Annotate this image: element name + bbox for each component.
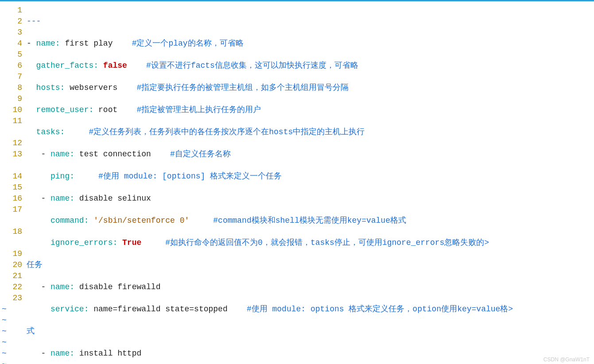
- comment: #command模块和shell模块无需使用key=value格式: [213, 216, 406, 225]
- code-line: service: name=firewalld state=stopped #使…: [27, 304, 594, 315]
- yaml-key: tasks:: [36, 128, 65, 136]
- yaml-key: ignore_errors:: [50, 238, 117, 247]
- code-line: - name: test connection #自定义任务名称: [27, 149, 594, 160]
- yaml-key: name:: [50, 194, 74, 203]
- vim-tilde: ~: [0, 315, 22, 326]
- line-number: 2: [0, 16, 22, 27]
- line-number: 10: [0, 105, 22, 116]
- watermark: CSDN @GnaW1nT: [544, 356, 590, 363]
- line-number: 16: [0, 193, 22, 204]
- yaml-key: hosts:: [36, 83, 65, 92]
- code-line: remote_user: root #指定被管理主机上执行任务的用户: [27, 105, 594, 116]
- vim-tilde: ~: [0, 348, 22, 359]
- code-line: - name: first play #定义一个play的名称，可省略: [27, 38, 594, 49]
- line-number: 5: [0, 49, 22, 60]
- comment: #指定被管理主机上执行任务的用户: [136, 105, 261, 114]
- yaml-key: name:: [36, 39, 60, 48]
- code-line: - name: disable firewalld: [27, 282, 594, 293]
- line-number: 8: [0, 82, 22, 93]
- line-number: 18: [0, 226, 22, 237]
- line-number: 4: [0, 38, 22, 49]
- line-number: 1: [0, 5, 22, 16]
- yaml-key: name:: [50, 283, 74, 291]
- comment: #定义任务列表，任务列表中的各任务按次序逐个在hosts中指定的主机上执行: [89, 128, 365, 136]
- line-number: 6: [0, 60, 22, 71]
- line-number-gutter: 1234567891011 1213 14151617 18 192021222…: [0, 5, 22, 364]
- code-line: 式: [27, 326, 594, 337]
- code-line: tasks: #定义任务列表，任务列表中的各任务按次序逐个在hosts中指定的主…: [27, 127, 594, 138]
- line-number: [0, 215, 22, 226]
- line-number: 17: [0, 204, 22, 215]
- code-line: - name: install httpd: [27, 348, 594, 359]
- code-line: 任务: [27, 259, 594, 271]
- line-number: 23: [0, 293, 22, 304]
- line-number: [0, 237, 22, 248]
- line-number: 12: [0, 138, 22, 149]
- line-number: 14: [0, 171, 22, 182]
- line-number: 9: [0, 93, 22, 105]
- line-number: [0, 127, 22, 138]
- line-number: 15: [0, 182, 22, 193]
- code-line: command: '/sbin/setenforce 0' #command模块…: [27, 215, 594, 226]
- yaml-key: gather_facts:: [36, 61, 98, 70]
- code-line: ---: [27, 16, 594, 27]
- line-number: 22: [0, 282, 22, 293]
- code-line: - name: disable selinux: [27, 193, 594, 204]
- line-number: 19: [0, 248, 22, 259]
- code-line: hosts: webservers #指定要执行任务的被管理主机组，如多个主机组…: [27, 82, 594, 93]
- vim-tilde: ~: [0, 326, 22, 337]
- comment: #指定要执行任务的被管理主机组，如多个主机组用冒号分隔: [136, 83, 349, 92]
- vim-tilde: ~: [0, 304, 22, 315]
- yaml-key: remote_user:: [36, 105, 94, 114]
- yaml-key: service:: [50, 305, 89, 314]
- comment: #自定义任务名称: [170, 150, 231, 159]
- line-number: 7: [0, 71, 22, 82]
- comment: #使用 module: options 格式来定义任务，option使用key=…: [247, 305, 513, 314]
- line-number: 20: [0, 259, 22, 271]
- line-number: 21: [0, 271, 22, 282]
- vim-tilde: ~: [0, 337, 22, 348]
- code-line: gather_facts: false #设置不进行facts信息收集，这可以加…: [27, 60, 594, 71]
- comment: #如执行命令的返回值不为0，就会报错，tasks停止，可使用ignore_err…: [165, 238, 489, 247]
- code-line: ping: #使用 module: [options] 格式来定义一个任务: [27, 171, 594, 182]
- code-area: --- - name: first play #定义一个play的名称，可省略 …: [27, 5, 594, 364]
- line-number: 3: [0, 27, 22, 38]
- vim-tilde: ~: [0, 359, 22, 364]
- yaml-doc-start: ---: [27, 17, 41, 26]
- comment: #设置不进行facts信息收集，这可以加快执行速度，可省略: [146, 61, 358, 70]
- yaml-key: name:: [50, 349, 74, 358]
- yaml-key: ping:: [50, 172, 74, 181]
- comment: #使用 module: [options] 格式来定义一个任务: [98, 172, 282, 181]
- yaml-key: name:: [50, 150, 74, 159]
- yaml-key: command:: [50, 216, 89, 225]
- line-number: 11: [0, 116, 22, 127]
- line-number: [0, 160, 22, 171]
- comment: #定义一个play的名称，可省略: [132, 39, 244, 48]
- line-number: 13: [0, 149, 22, 160]
- code-line: ignore_errors: True #如执行命令的返回值不为0，就会报错，t…: [27, 237, 594, 248]
